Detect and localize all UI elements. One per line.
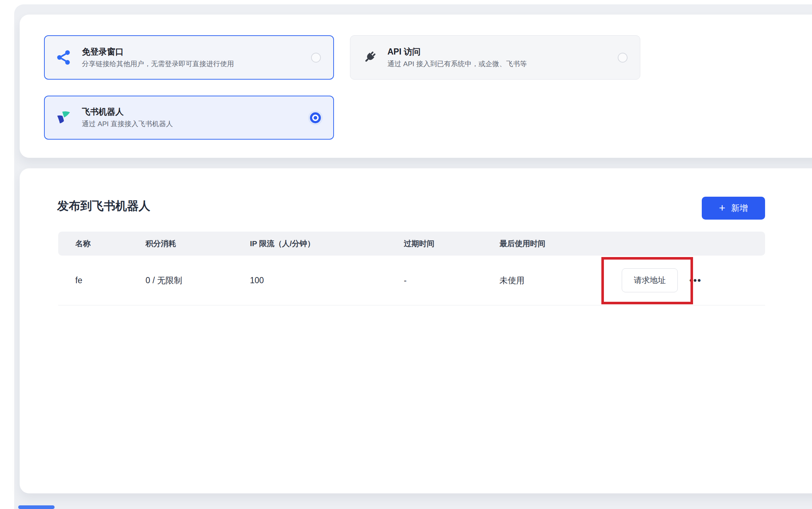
col-header-ip-limit: IP 限流（人/分钟） (250, 239, 404, 249)
option-card-title: API 访问 (387, 47, 527, 57)
option-card-api-access[interactable]: API 访问 通过 API 接入到已有系统中，或企微、飞书等 (350, 35, 640, 80)
cell-name: fe (75, 276, 146, 285)
publish-options-panel: 免登录窗口 分享链接给其他用户，无需登录即可直接进行使用 API 访问 通过 A… (20, 15, 812, 158)
request-address-button[interactable]: 请求地址 (622, 268, 678, 292)
add-button-label: 新增 (731, 203, 748, 214)
section-title: 发布到飞书机器人 (57, 198, 150, 214)
radio-unselected-icon[interactable] (311, 53, 321, 63)
feishu-icon (55, 109, 72, 127)
cell-ip-limit: 100 (250, 276, 404, 285)
row-actions: 请求地址 ••• (620, 268, 765, 292)
option-card-subtitle: 分享链接给其他用户，无需登录即可直接进行使用 (82, 60, 234, 69)
share-icon (55, 49, 72, 66)
option-card-feishu-bot[interactable]: 飞书机器人 通过 API 直接接入飞书机器人 (44, 96, 334, 140)
table-row: fe 0 / 无限制 100 - 未使用 请求地址 ••• (58, 256, 765, 305)
feishu-bot-panel: 发布到飞书机器人 + 新增 名称 积分消耗 IP 限流（人/分钟） 过期时间 最… (20, 168, 812, 493)
option-card-subtitle: 通过 API 直接接入飞书机器人 (82, 120, 173, 129)
cell-points: 0 / 无限制 (146, 275, 250, 286)
col-header-points: 积分消耗 (146, 239, 250, 249)
option-card-subtitle: 通过 API 接入到已有系统中，或企微、飞书等 (387, 60, 527, 69)
plug-icon (361, 49, 378, 66)
add-button[interactable]: + 新增 (702, 197, 765, 220)
option-card-title: 飞书机器人 (82, 107, 173, 117)
table-header: 名称 积分消耗 IP 限流（人/分钟） 过期时间 最后使用时间 (58, 232, 765, 256)
cell-last-used: 未使用 (499, 275, 620, 286)
col-header-last-used: 最后使用时间 (499, 239, 620, 249)
col-header-expire: 过期时间 (404, 239, 499, 249)
cell-expire: - (404, 276, 499, 285)
bottom-scrollbar[interactable] (18, 505, 55, 509)
plus-icon: + (719, 203, 725, 213)
col-header-name: 名称 (75, 239, 146, 249)
more-actions-icon[interactable]: ••• (689, 275, 701, 286)
option-card-no-login[interactable]: 免登录窗口 分享链接给其他用户，无需登录即可直接进行使用 (44, 35, 334, 80)
option-card-title: 免登录窗口 (82, 47, 234, 57)
radio-selected-icon[interactable] (310, 112, 321, 123)
radio-unselected-icon[interactable] (618, 53, 628, 63)
